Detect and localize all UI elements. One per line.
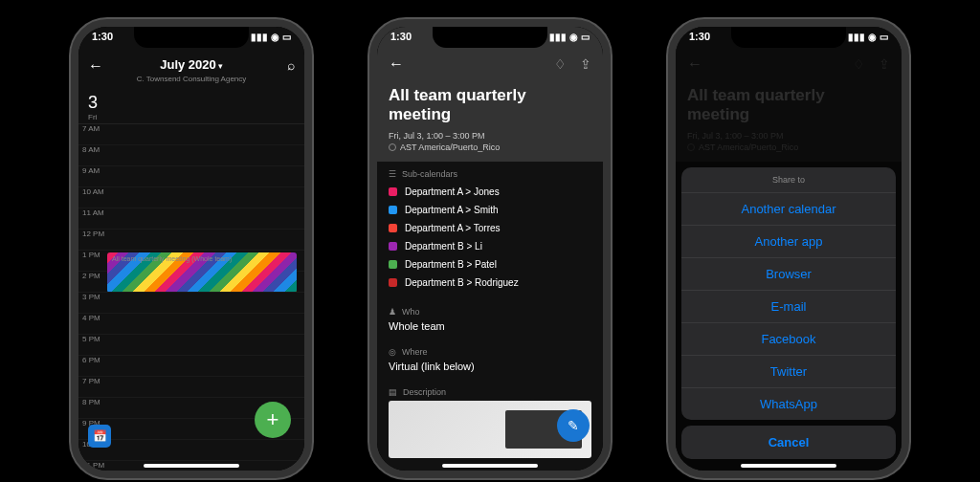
where-value: Virtual (link below) — [389, 361, 591, 372]
color-swatch — [389, 278, 397, 287]
battery-icon: ▭ — [282, 32, 291, 42]
hour-row[interactable]: 12 PM — [78, 230, 304, 251]
globe-icon — [389, 143, 396, 151]
doc-icon: ▤ — [389, 387, 397, 397]
signal-icon: ▮▮▮ — [549, 32, 567, 42]
event-timezone: AST America/Puerto_Rico — [389, 142, 591, 152]
hour-row[interactable]: 1 PMAll team quarterly meeting (Whole te… — [78, 251, 304, 272]
add-button[interactable]: + — [255, 402, 291, 438]
signal-icon: ▮▮▮ — [251, 32, 268, 42]
home-indicator[interactable] — [741, 464, 836, 468]
share-item[interactable]: Another app — [681, 225, 896, 257]
share-item[interactable]: Another calendar — [681, 192, 896, 225]
subcalendars-section: ☰Sub-calendars Department A > JonesDepar… — [377, 162, 603, 299]
share-item[interactable]: WhatsApp — [681, 387, 896, 420]
subcalendar-name: Department A > Jones — [405, 186, 500, 197]
hour-row[interactable]: 7 PM — [78, 377, 304, 398]
status-time: 1:30 — [689, 31, 710, 42]
status-time: 1:30 — [390, 31, 412, 42]
wifi-icon: ◉ — [868, 32, 877, 42]
calendar-icon[interactable]: 📅 — [88, 425, 111, 448]
bell-icon[interactable]: ♢ — [554, 56, 567, 72]
where-section: ◎Where Virtual (link below) — [377, 340, 603, 380]
subcalendar-name: Department A > Torres — [405, 223, 501, 233]
section-label: ☰Sub-calendars — [389, 169, 591, 179]
event-time: Fri, Jul 3, 1:00 – 3:00 PM — [389, 131, 591, 141]
hour-row[interactable]: 5 PM — [78, 335, 304, 356]
who-value: Whole team — [389, 320, 591, 332]
hour-row[interactable]: 2 PM — [78, 272, 304, 293]
share-item[interactable]: Browser — [681, 257, 896, 290]
signal-icon: ▮▮▮ — [848, 32, 865, 42]
subcalendar-item[interactable]: Department A > Torres — [389, 219, 591, 237]
subcalendar-name: Department B > Rodriguez — [405, 277, 519, 288]
phone-event-detail: 1:30 ▮▮▮ ◉ ▭ ← ♢ ⇪ All team quarterly me… — [369, 19, 611, 478]
color-swatch — [389, 224, 397, 232]
home-indicator[interactable] — [144, 464, 239, 468]
status-right: ▮▮▮ ◉ ▭ — [549, 31, 590, 42]
screen: ← ♢ ⇪ All team quarterly meeting Fri, Ju… — [377, 27, 603, 471]
share-item[interactable]: Facebook — [681, 322, 896, 355]
color-swatch — [389, 242, 397, 251]
event-header: All team quarterly meeting Fri, Jul 3, 1… — [377, 80, 603, 162]
pin-icon: ◎ — [389, 347, 396, 357]
subcalendar-item[interactable]: Department A > Jones — [389, 183, 591, 201]
subcalendar-item[interactable]: Department B > Rodriguez — [389, 274, 591, 292]
chevron-down-icon: ▾ — [218, 61, 223, 71]
edit-button[interactable]: ✎ — [557, 409, 590, 442]
wifi-icon: ◉ — [569, 32, 578, 42]
person-icon: ♟ — [389, 307, 396, 317]
who-section: ♟Who Whole team — [377, 299, 603, 340]
day-header: 3 Fri — [78, 89, 304, 124]
subcalendar-name: Department B > Li — [405, 241, 482, 252]
screen: ← ♢ ⇪ All team quarterly meeting Fri, Ju… — [676, 27, 902, 471]
back-icon[interactable]: ← — [389, 55, 404, 73]
home-indicator[interactable] — [442, 464, 538, 468]
cancel-button[interactable]: Cancel — [681, 426, 896, 459]
hour-row[interactable]: 6 PM — [78, 356, 304, 377]
color-swatch — [389, 206, 397, 214]
section-label: ◎Where — [389, 347, 591, 357]
hour-row[interactable]: 3 PM — [78, 293, 304, 314]
notch — [731, 27, 846, 48]
notch — [433, 27, 547, 48]
share-icon[interactable]: ⇪ — [580, 56, 591, 72]
phone-day-view: 1:30 ▮▮▮ ◉ ▭ ← July 2020▾ ⌕ C. Townsend … — [71, 19, 312, 478]
phone-share-sheet: 1:30 ▮▮▮ ◉ ▭ ← ♢ ⇪ All team quarterly me… — [668, 19, 909, 478]
share-item[interactable]: E-mail — [681, 290, 896, 322]
list-icon: ☰ — [389, 169, 396, 179]
section-label: ▤Description — [389, 387, 591, 397]
notch — [134, 27, 249, 48]
hour-row[interactable]: 4 PM — [78, 314, 304, 335]
hour-row[interactable]: 10 AM — [78, 187, 304, 208]
month-title: July 2020 — [160, 57, 216, 72]
share-item[interactable]: Twitter — [681, 355, 896, 387]
share-group: Share to Another calendarAnother appBrow… — [681, 167, 896, 420]
status-time: 1:30 — [92, 31, 113, 42]
search-icon[interactable]: ⌕ — [287, 57, 295, 73]
subtitle: C. Townsend Consulting Agency — [88, 75, 295, 83]
month-selector[interactable]: July 2020▾ — [88, 55, 295, 73]
day-number: 3 — [88, 93, 295, 113]
event-title: All team quarterly meeting — [389, 86, 591, 125]
status-right: ▮▮▮ ◉ ▭ — [251, 31, 291, 42]
hour-row[interactable]: 11 AM — [78, 208, 304, 230]
subcalendar-item[interactable]: Department A > Smith — [389, 201, 591, 219]
color-swatch — [389, 260, 397, 269]
subcalendar-item[interactable]: Department B > Li — [389, 237, 591, 255]
hour-row[interactable]: 9 AM — [78, 166, 304, 187]
share-title: Share to — [681, 167, 896, 192]
hour-row[interactable]: 10 PM — [78, 440, 304, 461]
screen: ← July 2020▾ ⌕ C. Townsend Consulting Ag… — [78, 27, 304, 471]
battery-icon: ▭ — [581, 32, 590, 42]
share-sheet: Share to Another calendarAnother appBrow… — [681, 167, 896, 459]
subcalendar-name: Department A > Smith — [405, 205, 499, 215]
battery-icon: ▭ — [880, 32, 888, 42]
status-right: ▮▮▮ ◉ ▭ — [848, 31, 888, 42]
back-icon[interactable]: ← — [88, 57, 103, 75]
day-name: Fri — [88, 113, 295, 121]
wifi-icon: ◉ — [271, 32, 279, 42]
subcalendar-item[interactable]: Department B > Patel — [389, 255, 591, 274]
hour-row[interactable]: 8 AM — [78, 145, 304, 166]
hour-row[interactable]: 7 AM — [78, 124, 304, 145]
